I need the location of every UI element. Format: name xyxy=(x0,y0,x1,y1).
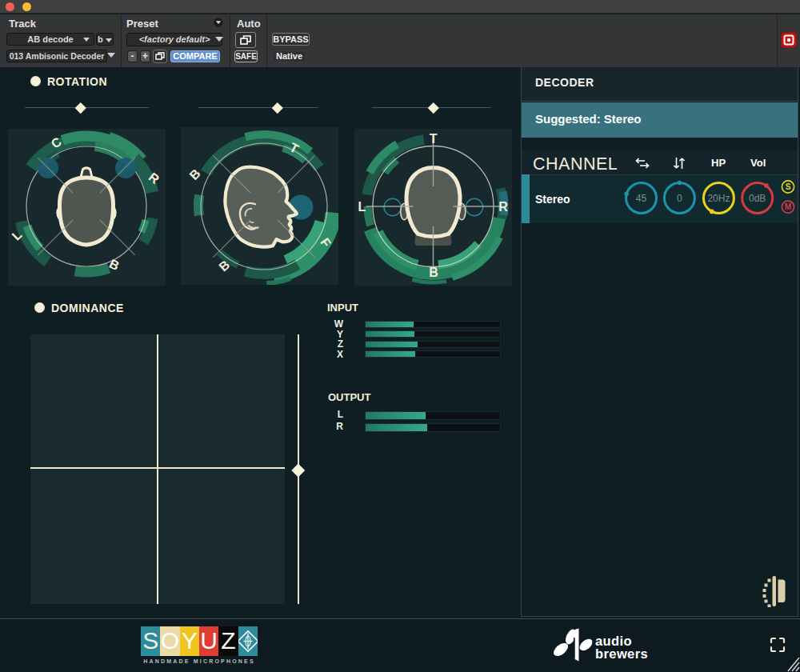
svg-text:audio: audio xyxy=(595,634,632,648)
svg-text:0: 0 xyxy=(677,193,682,204)
svg-text:0dB: 0dB xyxy=(749,193,766,204)
svg-text:M: M xyxy=(785,202,791,211)
svg-text:L: L xyxy=(358,200,366,214)
svg-text:45: 45 xyxy=(636,193,647,204)
svg-text:brewers: brewers xyxy=(595,646,648,661)
svg-text:20Hz: 20Hz xyxy=(707,193,730,204)
svg-text:B: B xyxy=(429,266,438,279)
svg-text:S: S xyxy=(786,182,791,191)
svg-text:R: R xyxy=(498,200,508,214)
svg-text:T: T xyxy=(430,132,438,146)
